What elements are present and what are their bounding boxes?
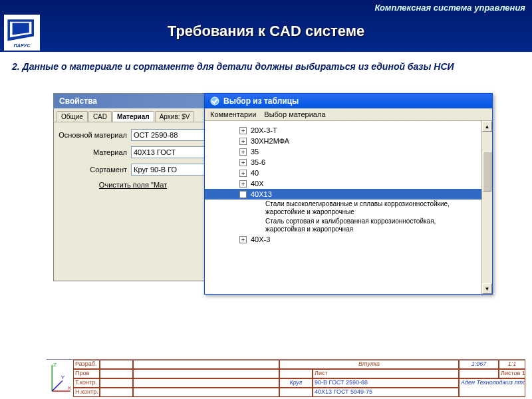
tree-leaf[interactable]: Сталь сортовая и калиброванная коррозион… (205, 217, 481, 234)
tree-node[interactable]: +40 (205, 168, 481, 178)
tb-ratio: 1:1 (499, 360, 525, 369)
tree-node[interactable]: +30ХН2МФА (205, 136, 481, 146)
properties-body: Основной материал Материал Сортамент Очи… (54, 122, 212, 201)
tb-krug: Круг (279, 378, 313, 388)
tb-prov: Пров (73, 369, 100, 378)
dialog-menubar: Комментарии Выбор материала (205, 108, 492, 121)
tab-archive[interactable]: Архив: $V (155, 111, 195, 122)
svg-point-2 (211, 97, 219, 105)
properties-panel: Свойства Общие CAD Материал Архив: $V Ос… (53, 93, 213, 281)
tb-scale: 1:067 (459, 360, 499, 369)
svg-text:X: X (68, 385, 72, 391)
tb-list: Лист (313, 369, 459, 378)
dialog-titlebar[interactable]: Выбор из таблицы (205, 94, 492, 108)
scroll-track[interactable] (482, 132, 492, 283)
tree-node[interactable]: +20Х-3-Т (205, 125, 481, 136)
work-area: Свойства Общие CAD Материал Архив: $V Ос… (53, 93, 519, 359)
tab-general[interactable]: Общие (57, 111, 88, 122)
svg-line-5 (52, 380, 63, 391)
scroll-up-button[interactable]: ▲ (482, 121, 492, 132)
assortment-input[interactable] (131, 164, 208, 176)
tree-node[interactable]: +40Х-3 (205, 234, 481, 245)
tree-node[interactable]: +35 (205, 146, 481, 157)
clear-material-link[interactable]: Очистить поля "Мат (58, 181, 208, 189)
tree-scrollbar[interactable]: ▲ ▼ (481, 121, 492, 294)
slide-header: ПАРУС Комплексная система управления Тре… (0, 0, 532, 52)
collapse-icon[interactable]: - (239, 191, 247, 198)
tb-tkontr: Т.контр. (73, 378, 100, 388)
tb-listov: Листов 1 (499, 369, 525, 378)
properties-tabstrip: Общие CAD Материал Архив: $V (54, 108, 212, 122)
expand-icon[interactable]: + (239, 127, 247, 134)
brand-logo: ПАРУС (4, 15, 40, 51)
tree-node-selected[interactable]: -40Х13 (205, 189, 481, 200)
tb-part-name: Втулка (279, 360, 459, 369)
properties-titlebar: Свойства (54, 94, 212, 108)
expand-icon[interactable]: + (239, 180, 247, 188)
main-material-label: Основной материал (58, 131, 131, 139)
window-icon (210, 96, 219, 106)
drawing-titleblock: ZXY Разраб. Втулка 1:067 1:1 Пров Лист Л… (47, 359, 525, 396)
tree-node[interactable]: +40Х (205, 178, 481, 189)
tb-razrab: Разраб. (73, 360, 100, 369)
tb-mat1: 90-В ГОСТ 2590-88 (313, 378, 459, 388)
tab-material[interactable]: Материал (112, 111, 154, 122)
tb-org: Аден Технолоджиз лтд (459, 378, 525, 397)
selection-dialog: Выбор из таблицы Комментарии Выбор матер… (204, 93, 493, 295)
expand-icon[interactable]: + (239, 148, 247, 156)
dialog-title-text: Выбор из таблицы (223, 96, 299, 106)
svg-text:ПАРУС: ПАРУС (14, 43, 31, 49)
material-input[interactable] (131, 146, 208, 158)
svg-text:Z: Z (53, 362, 57, 368)
material-tree[interactable]: +20Х-3-Т +30ХН2МФА +35 +35-6 +40 +40Х -4… (205, 121, 481, 294)
slide-subtitle: 2. Данные о материале и сортаменте для д… (0, 52, 532, 72)
titleblock-grid: Разраб. Втулка 1:067 1:1 Пров Лист Листо… (73, 360, 525, 396)
menu-material-select[interactable]: Выбор материала (264, 110, 325, 118)
material-label: Материал (58, 148, 131, 156)
tree-leaf[interactable]: Стали высоколегированные и сплавы корроз… (205, 200, 481, 217)
scroll-down-button[interactable]: ▼ (482, 283, 492, 294)
main-material-input[interactable] (131, 129, 208, 141)
tree-node[interactable]: +35-6 (205, 157, 481, 168)
expand-icon[interactable]: + (239, 170, 247, 177)
tab-cad[interactable]: CAD (88, 111, 112, 122)
tb-nkontr: Н.контр. (73, 388, 100, 397)
axis-icon: ZXY (47, 360, 73, 396)
expand-icon[interactable]: + (239, 236, 247, 243)
scroll-thumb[interactable] (483, 152, 491, 192)
menu-comments[interactable]: Комментарии (210, 110, 256, 118)
assortment-label: Сортамент (58, 166, 131, 174)
expand-icon[interactable]: + (239, 159, 247, 166)
expand-icon[interactable]: + (239, 138, 247, 145)
tb-mat2: 40Х13 ГОСТ 5949-75 (313, 388, 459, 397)
brand-text: Комплексная система управления (374, 3, 525, 13)
svg-text:Y: Y (61, 374, 65, 380)
